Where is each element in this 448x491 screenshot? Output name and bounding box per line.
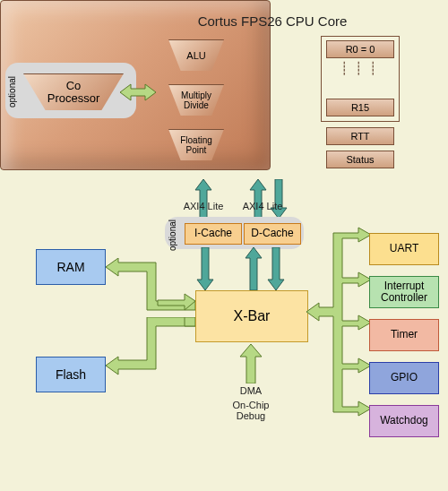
gpio-label: GPIO: [391, 372, 418, 383]
fp-block: Floating Point: [168, 129, 224, 160]
svg-marker-7: [240, 344, 262, 383]
timer-block: Timer: [369, 319, 439, 351]
coprocessor-label: Co Processor: [47, 80, 100, 106]
icache-block: I-Cache: [185, 223, 242, 245]
intc-block: Interrupt Controller: [369, 276, 439, 308]
register-rtt-label: RTT: [350, 131, 369, 142]
muldiv-label: Multiply Divide: [181, 90, 211, 110]
axi4-label-icache: AXI4 Lite: [177, 201, 230, 211]
svg-marker-11: [185, 317, 195, 326]
svg-marker-12: [306, 228, 371, 416]
flash-block: Flash: [36, 357, 106, 392]
arrow-icache-axi: [194, 179, 213, 219]
register-status: Status: [326, 151, 394, 168]
register-ellipsis: ┊ ┊ ┊: [340, 61, 378, 75]
register-r0: R0 = 0: [326, 40, 394, 58]
flash-label: Flash: [56, 367, 86, 382]
arrow-dma-xbar: [238, 344, 263, 383]
alu-block: ALU: [168, 39, 224, 71]
watchdog-label: Watchdog: [380, 415, 428, 426]
gpio-block: GPIO: [369, 362, 439, 394]
xbar-block: X-Bar: [195, 290, 308, 342]
svg-marker-1: [195, 179, 211, 219]
svg-marker-5: [246, 247, 262, 290]
cpu-core-title: Cortus FPS26 CPU Core: [138, 13, 407, 29]
register-r15: R15: [326, 99, 394, 116]
intc-label: Interrupt Controller: [381, 280, 427, 304]
arrow-dcache-axi-up: [248, 179, 268, 219]
register-status-label: Status: [346, 154, 374, 165]
register-r0-label: R0 = 0: [346, 44, 375, 55]
optional-label-coprocessor: optional: [7, 76, 17, 108]
arrow-dcache-axi-down: [269, 179, 289, 219]
register-r15-label: R15: [351, 102, 369, 113]
uart-block: UART: [369, 233, 439, 265]
timer-label: Timer: [391, 329, 418, 340]
dma-label: DMA: [226, 385, 276, 396]
dcache-label: D-Cache: [251, 228, 293, 240]
arrow-ram-xbar: [106, 258, 195, 315]
watchdog-block: Watchdog: [369, 405, 439, 437]
coprocessor-block: Co Processor: [23, 73, 124, 109]
svg-marker-3: [271, 179, 287, 219]
axi4-label-dcache: AXI4 Lite: [236, 201, 289, 211]
dcache-block: D-Cache: [244, 223, 301, 245]
ram-block: RAM: [36, 249, 106, 285]
svg-marker-6: [268, 247, 284, 290]
arrow-flash-xbar: [106, 317, 195, 383]
uart-label: UART: [390, 243, 418, 254]
svg-marker-2: [250, 179, 266, 219]
icache-label: I-Cache: [194, 228, 232, 240]
register-rtt: RTT: [326, 127, 394, 145]
ocd-label: On-Chip Debug: [219, 400, 283, 421]
svg-marker-8: [106, 258, 195, 310]
arrow-icache-xbar: [195, 247, 215, 290]
arrow-dcache-xbar-up: [244, 247, 263, 290]
muldiv-block: Multiply Divide: [168, 84, 224, 116]
arrow-periph-spine: [306, 219, 371, 441]
ram-label: RAM: [56, 260, 84, 274]
optional-label-cache: optional: [168, 220, 177, 251]
svg-marker-9: [158, 294, 195, 310]
alu-label: ALU: [186, 50, 205, 61]
svg-marker-10: [106, 317, 195, 375]
xbar-label: X-Bar: [234, 308, 271, 324]
fp-label: Floating Point: [180, 135, 212, 155]
arrow-dcache-xbar-down: [266, 247, 286, 290]
svg-marker-4: [197, 247, 213, 290]
